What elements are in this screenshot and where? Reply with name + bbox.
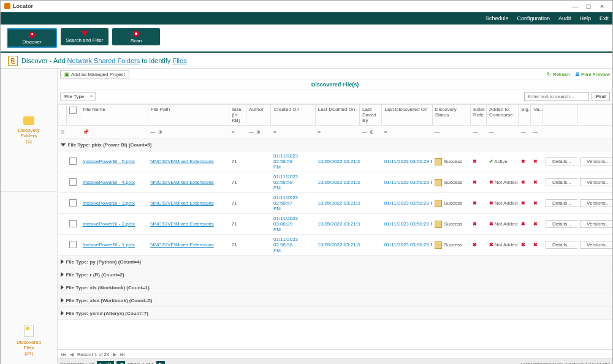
select-all-checkbox[interactable] [69,107,77,114]
col-discovery-status[interactable]: Discovery Status [432,105,470,126]
col-author[interactable]: Author [246,105,271,126]
col-size[interactable]: Size (in KB) [229,105,246,126]
link-network-folders[interactable]: Network Shared Folders [67,57,140,64]
versions-button[interactable]: Versions... [580,157,612,165]
page-next[interactable]: ▶ [156,361,165,365]
scan-button[interactable]: Scan [112,28,160,45]
chevron-right-icon [61,259,64,264]
pager-last[interactable]: ⏭ [120,352,125,357]
col-file-path[interactable]: File Path [148,105,229,126]
discover-button[interactable]: Discover [7,28,57,48]
cell-modified: 10/05/2022 03:21:31 PM [315,172,359,193]
details-button[interactable]: Details... [546,178,577,186]
file-name-link[interactable]: IncisivePowerBI - 3.pbix [83,200,135,206]
file-type-chip[interactable]: File Type [60,92,96,101]
file-path-link[interactable]: \\INCISIVE\Mixed Extensions [150,180,214,185]
cell-discovered: 01/11/2023 03:50:29 PM [382,151,432,172]
group-row[interactable]: File Type: pbix (Power BI) (Count=5) [58,138,612,151]
records-count: RECORDS : 24 [60,362,94,365]
table-row[interactable]: IncisivePowerBI - 2.pbix\\INCISIVE\Mixed… [58,214,612,235]
row-checkbox[interactable] [69,220,77,227]
breadcrumb-text: Discover - Add Network Shared Folders to… [21,57,187,64]
col-va[interactable]: Va... [531,105,543,126]
menu-audit[interactable]: Audit [558,15,571,21]
col-concourse[interactable]: Added to Concourse [487,105,519,126]
file-path-link[interactable]: \\INCISIVE\Mixed Extensions [150,200,214,206]
details-button[interactable]: Details... [546,157,577,165]
cell-modified: 10/05/2022 03:21:31 PM [315,235,359,256]
sig-icon: ✖ [521,242,525,248]
link-files[interactable]: Files [172,57,186,64]
file-icon [24,325,34,337]
table-row[interactable]: IncisivePowerBI - 3.pbix\\INCISIVE\Mixed… [58,193,612,214]
details-button[interactable]: Details... [546,241,577,249]
search-label: Search and Filter [66,37,104,43]
menu-configuration[interactable]: Configuration [517,15,550,21]
nav-discovered-files[interactable]: Discovered Files (24) [1,192,57,364]
versions-button[interactable]: Versions... [580,220,612,228]
group-row[interactable]: File Type: yxmd (Alteryx) (Count=7) [58,307,612,320]
col-modified[interactable]: Last Modified On [315,105,359,126]
table-row[interactable]: IncisivePowerBI - 1.pbix\\INCISIVE\Mixed… [58,235,612,256]
row-checkbox[interactable] [69,157,77,165]
versions-button[interactable]: Versions... [580,199,612,207]
header-row: File Name File Path Size (in KB) Author … [58,105,612,126]
minimize-button[interactable]: — [568,2,582,10]
va-icon: ✖ [533,221,538,227]
details-button[interactable]: Details... [546,199,577,207]
find-button[interactable]: Find [592,92,610,101]
col-discovered[interactable]: Last Discovered On [382,105,432,126]
discover-label: Discover [22,39,41,45]
maximize-button[interactable]: □ [582,2,595,10]
col-sig[interactable]: Sig. [519,105,531,126]
cell-size: 71 [229,151,246,172]
file-name-link[interactable]: IncisivePowerBI - 1.pbix [83,242,135,248]
file-name-link[interactable]: IncisivePowerBI - 2.pbix [83,221,135,227]
pager-first[interactable]: ⏮ [61,352,66,357]
row-checkbox[interactable] [69,178,77,186]
group-row[interactable]: File Type: xlsx (Workbook) (Count=5) [58,294,612,307]
filter-icon [81,31,88,36]
discovered-files-grid: File Name File Path Size (in KB) Author … [58,104,612,320]
va-icon: ✖ [533,180,538,185]
row-checkbox[interactable] [69,241,77,248]
pin-icon[interactable]: 📌 [80,126,148,138]
col-created[interactable]: Created On [271,105,315,126]
last-refreshed: Last Refreshed On: 2/2/2023 4:10:13 PM [520,362,610,365]
details-button[interactable]: Details... [546,220,577,228]
file-name-link[interactable]: IncisivePowerBI - 5.pbix [83,159,135,164]
col-ext-refs[interactable]: Exter. Refe. [470,105,486,126]
group-row[interactable]: File Type: py (Python) (Count=4) [58,256,612,268]
print-preview-button[interactable]: 🖶 Print Preview [575,72,610,77]
chevron-right-icon [61,272,64,277]
file-path-link[interactable]: \\INCISIVE\Mixed Extensions [150,159,214,164]
row-checkbox[interactable] [69,199,77,207]
versions-button[interactable]: Versions... [580,178,612,186]
versions-button[interactable]: Versions... [580,241,612,249]
col-saved-by[interactable]: Last Saved By [360,105,382,126]
group-row[interactable]: File Type: r (R) (Count=2) [58,268,612,281]
col-file-name[interactable]: File Name [80,105,148,126]
search-input[interactable] [524,92,589,101]
table-row[interactable]: IncisivePowerBI - 4.pbix\\INCISIVE\Mixed… [58,172,612,193]
pager-prev[interactable]: ◀ [70,352,74,357]
cell-created: 01/11/2023 02:58:58 PM [271,151,315,172]
page-prev[interactable]: ◀ [116,361,125,365]
records-range[interactable]: 1 - 24 [97,361,114,365]
group-row[interactable]: File Type: xls (Workbook) (Count=1) [58,281,612,294]
table-row[interactable]: IncisivePowerBI - 5.pbix\\INCISIVE\Mixed… [58,151,612,172]
file-name-link[interactable]: IncisivePowerBI - 4.pbix [83,180,135,185]
refresh-button[interactable]: ↻ Refresh [547,72,569,77]
menu-schedule[interactable]: Schedule [485,15,509,21]
pager-next[interactable]: ▶ [113,352,116,357]
page-of: Page: 1 of 1 [128,362,154,365]
search-filter-button[interactable]: Search and Filter [61,28,109,45]
nav-discovery-folders[interactable]: Discovery Folders (1) [1,69,57,192]
close-button[interactable]: × [595,2,609,10]
file-path-link[interactable]: \\INCISIVE\Mixed Extensions [150,242,214,248]
menu-help[interactable]: Help [579,15,591,21]
add-managed-project-button[interactable]: ▣ Add as Managed Project [60,70,129,78]
file-path-link[interactable]: \\INCISIVE\Mixed Extensions [150,221,214,227]
menu-exit[interactable]: Exit [600,15,609,21]
breadcrumb: ⎘ Discover - Add Network Shared Folders … [1,53,612,69]
